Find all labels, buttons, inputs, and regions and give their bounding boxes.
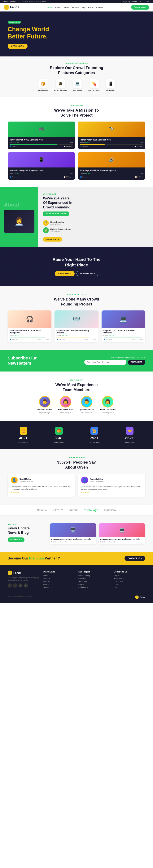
features-section: Feature Categories Explore Our Crowd Fou… (0, 57, 153, 97)
navbar: 🌱 Fande Home About Causes Projects Blog … (0, 3, 153, 11)
hero-cta-button[interactable]: APPLY NOW > (8, 44, 28, 49)
footer-bottom-logo: 🌱 Fande (135, 595, 145, 599)
about-badge: Who We Are (43, 193, 148, 195)
newsletter-text: Subscribe Our Newsletters (8, 355, 37, 366)
newsletter-section: Subscribe Our Newsletters Get latest des… (0, 350, 153, 372)
logo: 🌱 Fande (4, 5, 19, 10)
stat-number-1: 402+ (19, 436, 28, 440)
stat-box-3: 👑 752+ Happy Clients (79, 427, 110, 443)
topbar: support@fande.com 23 Main Street, San Fr… (0, 0, 153, 3)
nav-about[interactable]: About (55, 6, 60, 9)
mission-card-3-footer: 👤 Samuela📋 18 Copies (9, 176, 73, 178)
project-2-footer: 👤 Samuela81% • 19 Copies (56, 339, 96, 340)
nav-blog[interactable]: Blog (82, 6, 86, 9)
feature-item-medical: 💊 Medical Health (88, 79, 100, 91)
features-title: Explore Our Crowd FoundingFeatures Categ… (8, 65, 145, 75)
footer-link-projects[interactable]: Projects (43, 583, 74, 585)
project-2-title: Oculus Rift PC-Powered VR Gaming Headset (56, 330, 96, 334)
footer-link-credit[interactable]: Credit Card (114, 581, 145, 583)
partner-text: Become Our Premium Partner ? (8, 556, 60, 560)
newsletter-email-input[interactable] (84, 360, 126, 365)
footer-twitter-icon[interactable]: t (13, 583, 17, 588)
logo-icon: 🌱 (4, 5, 9, 10)
blog-card-2: 💻 How Make Cross-Browser Testing More La… (99, 523, 145, 544)
footer-grid: 🌱 Fande A leading crowd funding platform… (8, 570, 145, 589)
stat-2-title: Highest Success Rates (50, 228, 71, 230)
footer-link-others[interactable]: Others (114, 586, 145, 588)
team-member-1: 👨 David N. Warner Project Manager (37, 396, 52, 414)
about-partner-count: 35K Our Global Partner (43, 212, 69, 216)
team-role-2: UI/UX Designer (60, 412, 71, 414)
mission-card-2-footer: 👤 Samuela📋 12 Copies (80, 146, 144, 147)
team-role-3: Web Developer (81, 412, 92, 414)
stat-1-title: Crowdfounding (50, 221, 64, 223)
footer-link-crowdfunding[interactable]: Crowd Funding (79, 575, 110, 577)
nav-projects[interactable]: Projects (72, 6, 79, 9)
blog-card-1-title: How Make Cross-Browser Testing More Lamb… (51, 538, 95, 540)
project-2-raised: Raised $24,124 (56, 335, 96, 336)
features-grid: 🍞 Raising Food 🎓 Kids Education 💻 Web De… (8, 79, 145, 91)
footer-link-about[interactable]: About Us (43, 578, 74, 580)
raise-learn-button[interactable]: LEARN MORE > (76, 271, 98, 276)
gift-icon: 🎁 (55, 427, 63, 435)
testimonial-avatar-1: 👤 (11, 476, 18, 484)
feature-label-food: Raising Food (38, 89, 49, 91)
newsletter-form-area: Get latest design updates to your mail i… (84, 356, 145, 365)
footer-linkedin-icon[interactable]: in (18, 583, 23, 588)
footer-link-tech[interactable]: Technology (79, 581, 110, 583)
partner-contact-button[interactable]: CONTACT US > (124, 556, 145, 561)
about-stat-1: 🏅 Crowdfounding Leading Platform (43, 220, 148, 226)
team-section: Best Expert We've Most ExperienceTeam Me… (0, 372, 153, 421)
mission-card-2: 🔭 Pilmer-Vision-452s Condition Now Raise… (78, 122, 145, 149)
nav-pages[interactable]: Pages (88, 6, 94, 9)
footer-facebook-icon[interactable]: f (8, 583, 12, 588)
raise-apply-button[interactable]: APPLY NOW > (55, 271, 74, 276)
testimonial-stars-2: ★★★★★ (81, 492, 142, 494)
nav-home[interactable]: Home (48, 6, 53, 9)
nav-causes[interactable]: Causes (63, 6, 69, 9)
feature-item-tech: 📱 Technology (106, 79, 116, 91)
project-3-footer: 👤 Samuela95% • 22 Copies (103, 339, 144, 340)
footer-link-paypal[interactable]: PayPal (114, 575, 145, 577)
brands-grid: Samula GATELY durmbo TurboLogo tiquelist… (8, 508, 145, 512)
partner-section: Become Our Premium Partner ? CONTACT US … (0, 552, 153, 565)
trophy-icon: 🏆 (20, 427, 27, 435)
stat-label-2: Award Winner (53, 441, 64, 443)
webdesign-icon: 💻 (73, 79, 82, 88)
testimonial-name-2: Samuela Silva (90, 478, 104, 480)
testimonials-title: 356754+ Peoples SayAbout Given (8, 460, 145, 470)
footer-link-environment[interactable]: Environment (79, 586, 110, 588)
blog-right: 🖥️ How Make Cross-Browser Testing More L… (50, 523, 145, 544)
handshake-icon: 🤝 (126, 427, 133, 435)
facebook-icon[interactable]: f (140, 1, 141, 2)
nav-contact[interactable]: Contact (96, 6, 103, 9)
newsletter-form: SUBSCRIBE (84, 360, 145, 365)
footer-link-services[interactable]: Services (43, 581, 74, 583)
mission-card-1: 🎮 Reference Plan-New2 Condition Now Rais… (8, 122, 75, 149)
topbar-login[interactable]: Login My Account (123, 1, 137, 2)
mission-img-3: 📱 (8, 152, 75, 167)
brand-gately: GATELY (52, 508, 63, 512)
newsletter-subscribe-button[interactable]: SUBSCRIBE (128, 360, 145, 365)
footer-link-contact[interactable]: Contact (43, 586, 74, 588)
features-badge: Feature Categories (8, 62, 145, 64)
newsletter-title: Subscribe Our Newsletters (8, 355, 37, 366)
blog-view-more-button[interactable]: VIEW MORE > (8, 537, 25, 542)
linkedin-icon[interactable]: in (147, 1, 149, 2)
footer-link-home[interactable]: Home (43, 575, 74, 577)
tech-icon: 📱 (106, 79, 115, 88)
testimonial-name-1: David Michal (20, 478, 33, 480)
footer-link-education[interactable]: Education (79, 578, 110, 580)
topbar-address: 23 Main Street, San Fran, USA (22, 1, 46, 2)
footer-link-crypto[interactable]: Crypto (114, 583, 145, 585)
raise-section: Raise Your Hand To TheRight Place APPLY … (0, 247, 153, 286)
footer-link-medical[interactable]: Medical (79, 583, 110, 585)
footer-link-bank[interactable]: Bank Transfer (114, 578, 145, 580)
blog-card-img-2: 💻 (99, 523, 145, 537)
donate-button[interactable]: Donate Now + (131, 5, 149, 9)
twitter-icon[interactable]: t (144, 1, 144, 2)
team-grid: 👨 David N. Warner Project Manager 👩 Samu… (8, 396, 145, 414)
testimonial-role-2: Web Developer, USA (90, 480, 104, 482)
learn-more-button[interactable]: LEARN MORE > (43, 237, 62, 242)
footer-youtube-icon[interactable]: yt (24, 583, 28, 588)
